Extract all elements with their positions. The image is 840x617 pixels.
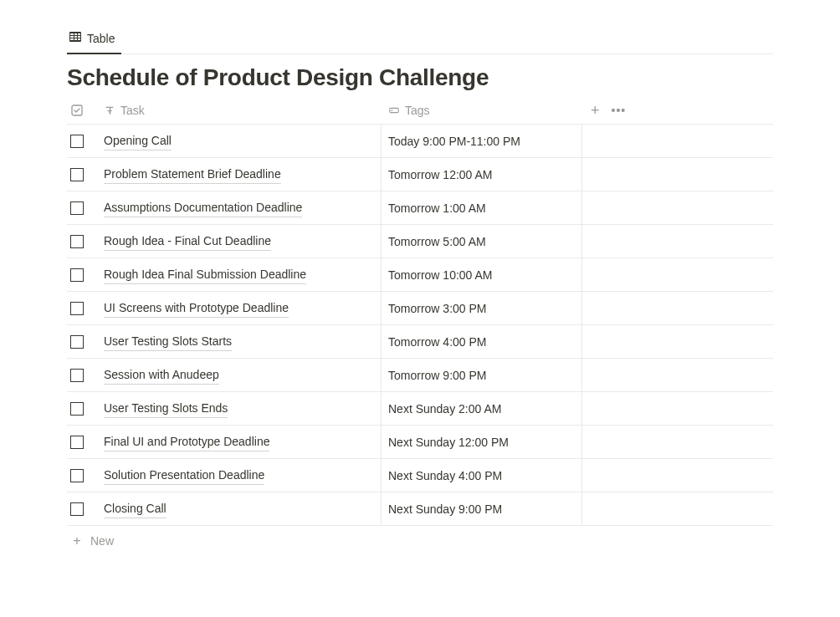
svg-rect-1 bbox=[390, 108, 399, 112]
more-options-button[interactable]: ••• bbox=[612, 105, 627, 116]
row-checkbox[interactable] bbox=[70, 502, 84, 516]
task-name[interactable]: Problem Statement Brief Deadline bbox=[104, 166, 281, 184]
table-row: User Testing Slots Ends Next Sunday 2:00… bbox=[67, 392, 773, 426]
add-column-button[interactable]: + bbox=[591, 103, 600, 118]
tag-value[interactable]: Tomorrow 9:00 PM bbox=[388, 369, 486, 382]
view-tab-label: Table bbox=[87, 32, 115, 45]
tag-value[interactable]: Next Sunday 9:00 PM bbox=[388, 502, 502, 516]
table-row: Problem Statement Brief Deadline Tomorro… bbox=[67, 158, 773, 191]
column-header-checkbox[interactable] bbox=[67, 104, 99, 117]
view-tabs: Table bbox=[67, 25, 773, 54]
task-name[interactable]: Session with Anudeep bbox=[104, 366, 219, 385]
text-property-icon bbox=[104, 105, 115, 116]
page-title[interactable]: Schedule of Product Design Challenge bbox=[67, 64, 773, 91]
tag-value[interactable]: Tomorrow 3:00 PM bbox=[388, 302, 486, 315]
task-name[interactable]: Rough Idea Final Submission Deadline bbox=[104, 266, 306, 284]
table-row: Final UI and Prototype Deadline Next Sun… bbox=[67, 426, 773, 459]
svg-point-2 bbox=[392, 110, 393, 111]
checkbox-column-icon bbox=[70, 104, 84, 117]
row-checkbox[interactable] bbox=[70, 335, 84, 349]
table-header: Task Tags + ••• bbox=[67, 96, 773, 125]
tag-property-icon bbox=[388, 105, 400, 116]
table-row: Solution Presentation Deadline Next Sund… bbox=[67, 459, 773, 492]
task-name[interactable]: Closing Call bbox=[104, 500, 166, 518]
row-checkbox[interactable] bbox=[70, 302, 84, 315]
task-name[interactable]: Solution Presentation Deadline bbox=[104, 467, 264, 485]
table: Task Tags + ••• Opening Call Today 9:00 … bbox=[67, 96, 773, 556]
task-name[interactable]: Opening Call bbox=[104, 132, 172, 150]
view-tab-table[interactable]: Table bbox=[67, 25, 121, 54]
tag-value[interactable]: Tomorrow 12:00 AM bbox=[388, 168, 493, 181]
table-row: Rough Idea - Final Cut Deadline Tomorrow… bbox=[67, 225, 773, 258]
svg-rect-0 bbox=[72, 105, 82, 115]
table-row: Opening Call Today 9:00 PM-11:00 PM bbox=[67, 125, 773, 158]
tag-value[interactable]: Next Sunday 4:00 PM bbox=[388, 469, 502, 482]
column-header-actions: + ••• bbox=[582, 103, 626, 118]
tag-value[interactable]: Tomorrow 5:00 AM bbox=[388, 235, 486, 248]
row-checkbox[interactable] bbox=[70, 135, 84, 148]
task-name[interactable]: Assumptions Documentation Deadline bbox=[104, 199, 302, 217]
row-checkbox[interactable] bbox=[70, 436, 84, 449]
tag-value[interactable]: Tomorrow 10:00 AM bbox=[388, 268, 493, 282]
column-header-task-label: Task bbox=[120, 104, 145, 117]
tag-value[interactable]: Next Sunday 2:00 AM bbox=[388, 402, 501, 416]
table-row: Session with Anudeep Tomorrow 9:00 PM bbox=[67, 359, 773, 392]
task-name[interactable]: UI Screens with Prototype Deadline bbox=[104, 299, 289, 318]
column-header-task[interactable]: Task bbox=[99, 104, 382, 117]
new-row-button[interactable]: + New bbox=[67, 526, 773, 556]
row-checkbox[interactable] bbox=[70, 469, 84, 482]
row-checkbox[interactable] bbox=[70, 369, 84, 382]
tag-value[interactable]: Tomorrow 1:00 AM bbox=[388, 201, 486, 215]
tag-value[interactable]: Today 9:00 PM-11:00 PM bbox=[388, 135, 520, 148]
tag-value[interactable]: Tomorrow 4:00 PM bbox=[388, 335, 486, 349]
table-row: UI Screens with Prototype Deadline Tomor… bbox=[67, 292, 773, 325]
row-checkbox[interactable] bbox=[70, 235, 84, 248]
row-checkbox[interactable] bbox=[70, 201, 84, 215]
tag-value[interactable]: Next Sunday 12:00 PM bbox=[388, 436, 509, 449]
row-checkbox[interactable] bbox=[70, 168, 84, 181]
table-icon bbox=[69, 30, 82, 46]
table-row: User Testing Slots Starts Tomorrow 4:00 … bbox=[67, 325, 773, 359]
task-name[interactable]: Rough Idea - Final Cut Deadline bbox=[104, 232, 271, 251]
table-row: Assumptions Documentation Deadline Tomor… bbox=[67, 191, 773, 225]
new-row-label: New bbox=[90, 534, 114, 548]
column-header-tags-label: Tags bbox=[405, 104, 430, 117]
column-header-tags[interactable]: Tags bbox=[382, 104, 582, 117]
table-row: Rough Idea Final Submission Deadline Tom… bbox=[67, 258, 773, 292]
row-checkbox[interactable] bbox=[70, 402, 84, 416]
task-name[interactable]: User Testing Slots Ends bbox=[104, 400, 228, 418]
plus-icon: + bbox=[70, 533, 84, 548]
table-row: Closing Call Next Sunday 9:00 PM bbox=[67, 492, 773, 526]
task-name[interactable]: Final UI and Prototype Deadline bbox=[104, 433, 269, 451]
row-checkbox[interactable] bbox=[70, 268, 84, 282]
task-name[interactable]: User Testing Slots Starts bbox=[104, 333, 232, 351]
